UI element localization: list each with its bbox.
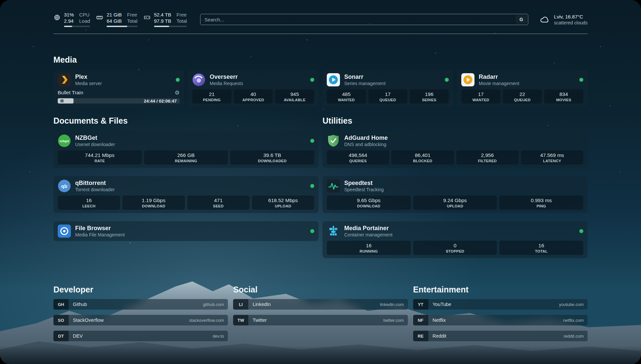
plex-icon <box>58 73 71 86</box>
service-card-overseerr[interactable]: Overseerr Media Requests 21 PENDING 40 A… <box>188 70 319 107</box>
service-card-filebrowser[interactable]: File Browser Media File Management <box>53 221 319 241</box>
speedtest-icon <box>327 179 340 193</box>
status-dot <box>445 78 449 82</box>
stat-label: TOTAL <box>501 249 582 253</box>
cpu-widget: 31% CPU 2.94 Load <box>53 12 90 27</box>
stat-leech: 16 LEECH <box>58 196 120 210</box>
nzbget-icon: nzbget <box>58 134 71 147</box>
stat-value: 2,956 <box>458 152 517 158</box>
service-card-plex[interactable]: Plex Media server Bullet Train ⚙ 24:44 /… <box>53 70 184 107</box>
service-subtitle: Usenet downloader <box>75 142 115 147</box>
cpu-usage-value: 31% <box>64 12 74 18</box>
bookmark-name: Reddit <box>433 333 446 339</box>
stat-ping: 0.993 ms PING <box>499 196 583 210</box>
cpu-label-bottom: Load <box>79 18 90 24</box>
cloud-icon <box>539 14 550 25</box>
stat-label: DOWNLOAD <box>124 204 183 208</box>
status-dot <box>310 229 314 233</box>
memory-usage-bar <box>107 26 137 27</box>
service-card-qbittorrent[interactable]: qb qBittorrent Torrent downloader 16 LEE… <box>53 176 319 213</box>
header-divider <box>53 34 588 34</box>
stat-value: 9.65 Gbps <box>328 197 410 203</box>
stat-downloaded: 39.6 TB DOWNLOADED <box>230 150 314 165</box>
portainer-icon <box>327 225 340 238</box>
cpu-load-value: 2.94 <box>64 18 74 24</box>
memory-label-bottom: Total <box>127 18 137 24</box>
bookmark-reddit[interactable]: RE Reddit reddit.com <box>413 331 588 341</box>
service-card-portainer[interactable]: Media Portainer Container management 16 … <box>322 221 588 258</box>
stat-available: 945 AVAILABLE <box>275 89 314 104</box>
stat-label: WANTED <box>328 98 365 102</box>
stat-value: 39.6 TB <box>231 152 313 158</box>
stat-total: 16 TOTAL <box>499 241 583 255</box>
service-name: AdGuard Home <box>344 135 388 141</box>
stat-label: MOVIES <box>545 98 582 102</box>
bookmark-domain: linkedin.com <box>380 302 408 307</box>
pause-icon[interactable] <box>60 99 64 103</box>
service-subtitle: Series management <box>344 81 385 86</box>
bookmark-abbr: YT <box>413 299 428 310</box>
stat-label: QUEUED <box>370 98 406 102</box>
weather-condition: scattered clouds <box>554 20 588 25</box>
stat-value: 196 <box>411 91 447 97</box>
stat-label: LATENCY <box>522 159 582 163</box>
service-card-speedtest[interactable]: Speedtest Speedtest Tracking 9.65 Gbps D… <box>322 176 588 213</box>
bookmark-stackoverflow[interactable]: SO StackOverflow stackoverflow.com <box>53 315 228 325</box>
media-grid: Plex Media server Bullet Train ⚙ 24:44 /… <box>53 70 588 107</box>
service-name: Speedtest <box>344 180 384 187</box>
section-title-social: Social <box>233 285 408 294</box>
bookmark-group-developer: Developer GH Github github.com SO StackO… <box>53 285 228 347</box>
stat-download: 9.65 Gbps DOWNLOAD <box>327 196 411 210</box>
stat-label: AVAILABLE <box>276 98 313 102</box>
search-provider-button[interactable]: G <box>516 15 527 24</box>
stat-value: 16 <box>59 197 119 203</box>
playback-progress-bar[interactable]: 24:44 / 02:06:47 <box>58 98 180 104</box>
stat-queued: 17 QUEUED <box>368 89 408 104</box>
section-title-media: Media <box>53 55 588 65</box>
bookmark-linkedin[interactable]: LI LinkedIn linkedin.com <box>233 299 408 310</box>
stat-value: 17 <box>370 91 406 97</box>
disk-usage-bar <box>154 26 187 27</box>
service-card-adguard[interactable]: AdGuard Home DNS and adblocking 498,564 … <box>322 131 588 168</box>
svg-text:qb: qb <box>61 183 67 189</box>
bookmark-youtube[interactable]: YT YouTube youtube.com <box>413 299 588 310</box>
stat-value: 17 <box>463 91 499 97</box>
bookmark-abbr: DT <box>53 331 69 341</box>
stat-download: 1.19 Gbps DOWNLOAD <box>122 196 185 210</box>
stat-value: 498,564 <box>328 152 388 158</box>
stat-label: DOWNLOADED <box>231 159 313 163</box>
weather-location: Lviv, 16.87°C <box>554 14 588 19</box>
resource-widgets: 31% CPU 2.94 Load 21 GiB <box>53 12 187 27</box>
stat-wanted: 485 WANTED <box>327 89 366 104</box>
stat-rate: 744.21 Mbps RATE <box>58 150 142 165</box>
service-card-sonarr[interactable]: Sonarr Series management 485 WANTED 17 Q… <box>322 70 453 107</box>
bookmark-domain: reddit.com <box>564 334 588 339</box>
overseerr-icon <box>192 73 205 86</box>
now-playing-title: Bullet Train <box>58 90 83 96</box>
stat-value: 21 <box>194 91 230 97</box>
documents-column: Documents & Files nzbget NZBGet Usenet d… <box>53 116 319 266</box>
bookmark-name: YouTube <box>433 302 451 307</box>
adguard-icon <box>327 134 340 147</box>
bookmark-twitter[interactable]: TW Twitter twitter.com <box>233 315 408 325</box>
bookmark-domain: dev.to <box>213 334 228 339</box>
service-card-radarr[interactable]: Radarr Movie management 17 WANTED 22 QUE… <box>457 70 588 107</box>
bookmark-domain: netflix.com <box>563 318 588 323</box>
stat-label: SEED <box>189 204 248 208</box>
stat-upload: 9.24 Gbps UPLOAD <box>413 196 497 210</box>
service-subtitle: Movie management <box>479 81 519 86</box>
bookmark-dev[interactable]: DT DEV dev.to <box>53 331 228 341</box>
stat-value: 485 <box>328 91 365 97</box>
gear-icon[interactable]: ⚙ <box>175 90 180 96</box>
stat-value: 0.993 ms <box>501 197 582 203</box>
search-input[interactable] <box>200 14 528 25</box>
status-dot <box>579 229 583 233</box>
bookmark-netflix[interactable]: NF Netflix netflix.com <box>413 315 588 325</box>
bookmark-github[interactable]: GH Github github.com <box>53 299 228 310</box>
service-card-nzbget[interactable]: nzbget NZBGet Usenet downloader 744.21 M… <box>53 131 319 168</box>
service-name: qBittorrent <box>75 180 115 187</box>
stat-stopped: 0 STOPPED <box>413 241 497 255</box>
bookmark-name: Twitter <box>253 318 267 323</box>
stat-filtered: 2,956 FILTERED <box>456 150 519 165</box>
stat-label: DOWNLOAD <box>328 204 410 208</box>
